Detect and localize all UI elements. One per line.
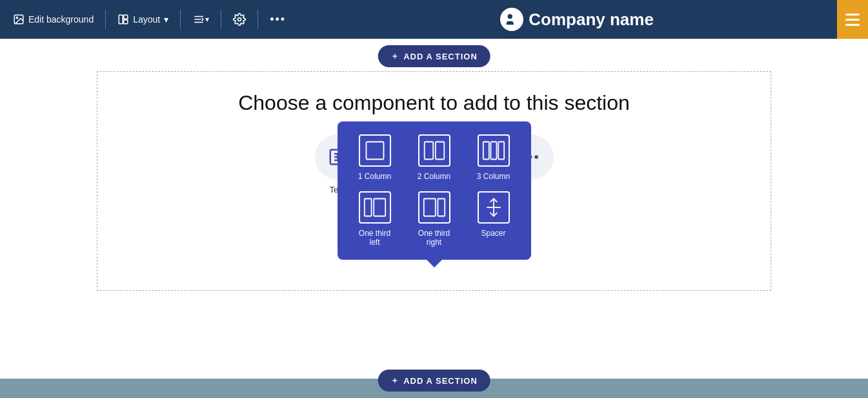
layout-option-one-third-right[interactable]: One thirdright bbox=[410, 191, 459, 247]
plus-icon-top: ＋ bbox=[390, 50, 399, 62]
edit-background-label: Edit background bbox=[28, 14, 94, 25]
toolbar-divider-3 bbox=[221, 10, 221, 29]
one-third-left-label: One thirdleft bbox=[359, 229, 390, 247]
svg-rect-3 bbox=[124, 15, 128, 19]
hamburger-button[interactable] bbox=[837, 0, 868, 39]
one-column-label: 1 Column bbox=[358, 172, 391, 181]
settings-button[interactable] bbox=[227, 9, 252, 30]
add-section-top: ＋ ADD A SECTION bbox=[378, 45, 490, 67]
add-section-top-label: ADD A SECTION bbox=[403, 52, 478, 61]
toolbar-divider-1 bbox=[105, 10, 106, 29]
layout-chevron-icon: ▾ bbox=[164, 14, 168, 25]
spacer-icon bbox=[478, 191, 510, 224]
company-name-header: Company name bbox=[292, 8, 862, 31]
svg-rect-23 bbox=[498, 142, 504, 160]
company-logo-icon bbox=[500, 8, 523, 31]
layout-popup: 1 Column 2 Column bbox=[338, 121, 531, 260]
one-third-right-icon bbox=[418, 191, 450, 224]
layout-option-one-column[interactable]: 1 Column bbox=[350, 134, 399, 181]
layout-option-two-column[interactable]: 2 Column bbox=[410, 134, 459, 181]
svg-rect-22 bbox=[490, 142, 496, 160]
svg-rect-19 bbox=[424, 142, 433, 160]
toolbar-left: Edit background Layout ▾ ▾ bbox=[6, 9, 292, 30]
svg-rect-4 bbox=[124, 20, 128, 24]
svg-point-1 bbox=[16, 17, 17, 18]
svg-point-9 bbox=[508, 14, 512, 19]
edit-background-button[interactable]: Edit background bbox=[6, 10, 100, 29]
layout-option-one-third-left[interactable]: One thirdleft bbox=[350, 191, 399, 247]
svg-rect-20 bbox=[435, 142, 444, 160]
svg-rect-27 bbox=[438, 199, 445, 216]
add-section-top-button[interactable]: ＋ ADD A SECTION bbox=[378, 45, 490, 67]
plus-icon-bottom: ＋ bbox=[390, 375, 399, 386]
layout-option-spacer[interactable]: Spacer bbox=[469, 191, 518, 247]
company-name-text: Company name bbox=[529, 10, 654, 30]
one-third-right-label: One thirdright bbox=[418, 229, 450, 247]
svg-rect-24 bbox=[364, 199, 371, 216]
toolbar-divider-2 bbox=[180, 10, 181, 29]
svg-rect-18 bbox=[366, 142, 383, 160]
svg-point-8 bbox=[238, 18, 241, 21]
spacer-label: Spacer bbox=[481, 229, 505, 238]
components-row: T Text Button bbox=[117, 134, 751, 194]
align-button[interactable]: ▾ bbox=[186, 10, 216, 29]
more-options-button[interactable]: ••• bbox=[263, 9, 292, 30]
layout-button[interactable]: Layout ▾ bbox=[111, 10, 175, 29]
svg-rect-25 bbox=[374, 199, 385, 216]
three-column-label: 3 Column bbox=[477, 172, 510, 181]
add-section-bottom-label: ADD A SECTION bbox=[403, 376, 478, 386]
layout-label: Layout bbox=[133, 14, 160, 25]
svg-rect-2 bbox=[119, 15, 123, 24]
section-heading: Choose a component to add to this sectio… bbox=[117, 91, 751, 115]
svg-rect-21 bbox=[483, 142, 489, 160]
add-section-bottom-button[interactable]: ＋ ADD A SECTION bbox=[378, 370, 490, 392]
toolbar: Edit background Layout ▾ ▾ bbox=[0, 0, 868, 39]
one-third-left-icon bbox=[359, 191, 391, 224]
one-column-icon bbox=[359, 134, 391, 167]
toolbar-divider-4 bbox=[257, 10, 258, 29]
align-chevron-icon: ▾ bbox=[205, 15, 209, 24]
layout-option-three-column[interactable]: 3 Column bbox=[469, 134, 518, 181]
hamburger-icon bbox=[845, 14, 860, 26]
add-section-bottom: ＋ ADD A SECTION bbox=[378, 370, 490, 392]
main-area: ＋ ADD A SECTION Choose a component to ad… bbox=[0, 39, 868, 398]
three-column-icon bbox=[478, 134, 510, 167]
svg-rect-26 bbox=[423, 199, 435, 216]
two-column-label: 2 Column bbox=[418, 172, 450, 181]
section-container: Choose a component to add to this sectio… bbox=[97, 71, 771, 291]
two-column-icon bbox=[418, 134, 450, 167]
